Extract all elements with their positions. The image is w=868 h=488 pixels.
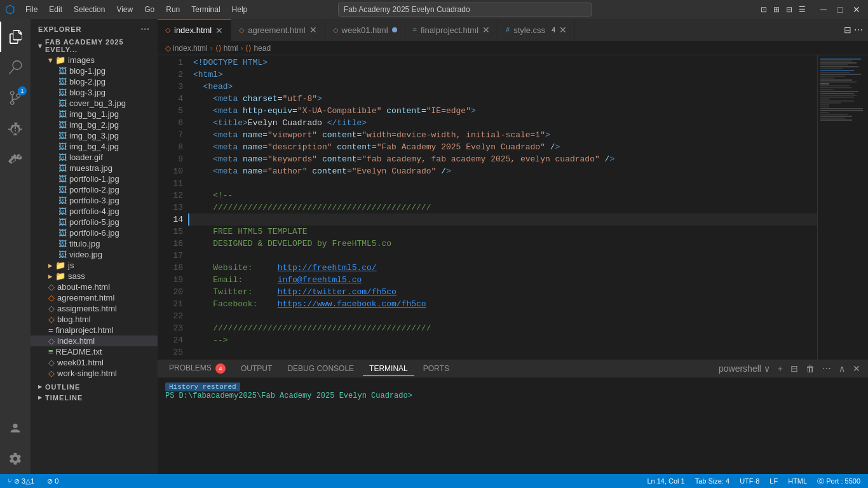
tab-style-css[interactable]: # style.css 4 ✕ — [498, 19, 575, 41]
tab-problems[interactable]: PROBLEMS 4 — [163, 361, 232, 376]
panel-maximize-button[interactable]: ∧ — [836, 362, 848, 375]
tab-close-icon[interactable]: ✕ — [559, 25, 567, 35]
terminal-content[interactable]: History restored PS D:\fabacademy2025\Fa… — [158, 377, 868, 474]
list-item[interactable]: 🖼img_bg_3.jpg — [31, 130, 158, 141]
timeline-section[interactable]: ▸ TIMELINE — [31, 392, 158, 403]
line-num: 3 — [178, 81, 183, 93]
status-port[interactable]: ⓪ Port : 5500 — [815, 477, 863, 486]
layout-icon-4[interactable]: ☰ — [796, 5, 808, 14]
menu-selection[interactable]: Selection — [69, 4, 110, 15]
project-folder[interactable]: ▾ FAB ACADEMY 2025 EVELY... — [31, 37, 158, 55]
breadcrumb-item-html[interactable]: ⟨⟩ html — [215, 44, 238, 53]
file-icon: 🖼 — [58, 131, 67, 140]
tab-index-html[interactable]: ◇ index.html ✕ — [158, 19, 231, 41]
list-item[interactable]: 🖼portfolio-4.jpg — [31, 206, 158, 217]
menu-help[interactable]: Help — [227, 4, 253, 15]
activity-settings[interactable] — [0, 444, 31, 474]
menu-terminal[interactable]: Terminal — [186, 4, 225, 15]
list-item[interactable]: 🖼portfolio-6.jpg — [31, 227, 158, 238]
tab-finalproject-html[interactable]: = finalproject.html ✕ — [405, 19, 498, 41]
code-line-current[interactable] — [188, 214, 817, 226]
activity-explorer[interactable] — [0, 22, 31, 52]
kill-terminal-button[interactable]: 🗑 — [803, 362, 817, 375]
panel-close-button[interactable]: ✕ — [850, 362, 863, 375]
sidebar-item-readme[interactable]: ≡ README.txt — [31, 346, 158, 357]
folder-label: js — [68, 261, 74, 270]
activity-debug[interactable] — [0, 113, 31, 144]
file-name: blog-1.jpg — [69, 66, 105, 76]
breadcrumb-item-head[interactable]: ⟨⟩ head — [245, 44, 271, 53]
sidebar-item-blog[interactable]: ◇ blog.html — [31, 314, 158, 325]
tab-ports[interactable]: PORTS — [417, 362, 456, 376]
html-tag-icon: ⟨⟩ — [245, 44, 252, 53]
list-item[interactable]: 🖼video.jpg — [31, 249, 158, 260]
folder-icon: 📁 — [55, 271, 65, 281]
list-item[interactable]: 🖼img_bg_2.jpg — [31, 119, 158, 130]
sidebar-item-js[interactable]: ▸ 📁 js — [31, 260, 158, 271]
more-actions-button[interactable]: ⋯ — [854, 25, 863, 35]
list-item[interactable]: 🖼portfolio-1.jpg — [31, 173, 158, 184]
sidebar-item-agreement[interactable]: ◇ agreement.html — [31, 292, 158, 303]
tab-output[interactable]: OUTPUT — [234, 362, 278, 376]
sidebar-item-sass[interactable]: ▸ 📁 sass — [31, 271, 158, 281]
tab-terminal[interactable]: TERMINAL — [363, 362, 414, 376]
menu-edit[interactable]: Edit — [44, 4, 67, 15]
outline-section[interactable]: ▸ OUTLINE — [31, 381, 158, 392]
title-bar-search[interactable] — [338, 3, 592, 17]
minimize-button[interactable]: ─ — [817, 5, 830, 14]
tab-week01-html[interactable]: ◇ week01.html — [325, 19, 405, 41]
sidebar-item-work-single[interactable]: ◇ work-single.html — [31, 368, 158, 379]
maximize-button[interactable]: □ — [834, 5, 846, 14]
list-item[interactable]: 🖼portfolio-3.jpg — [31, 195, 158, 206]
menu-file[interactable]: File — [20, 4, 43, 15]
status-git[interactable]: ⑂ ⊘ 3△1 — [5, 477, 37, 485]
status-language[interactable]: HTML — [785, 477, 810, 486]
status-encoding[interactable]: UTF-8 — [737, 477, 762, 486]
search-input[interactable] — [338, 3, 592, 17]
layout-icon-3[interactable]: ⊟ — [783, 5, 795, 14]
status-eol[interactable]: LF — [767, 477, 780, 486]
split-terminal-button[interactable]: ⊟ — [788, 362, 801, 375]
activity-git[interactable]: 1 — [0, 83, 31, 113]
breadcrumb-item-file[interactable]: ◇ index.html — [165, 44, 208, 53]
tab-close-icon[interactable]: ✕ — [482, 25, 490, 35]
menu-go[interactable]: Go — [139, 4, 159, 15]
split-editor-button[interactable]: ⊟ — [844, 25, 851, 35]
status-tab-size[interactable]: Tab Size: 4 — [693, 477, 732, 486]
more-panel-button[interactable]: ⋯ — [820, 362, 834, 375]
code-editor[interactable]: <!DOCTYPE HTML> <html> <head> <meta char… — [188, 55, 817, 360]
list-item[interactable]: 🖼blog-1.jpg — [31, 65, 158, 76]
list-item[interactable]: 🖼cover_bg_3.jpg — [31, 98, 158, 109]
list-item[interactable]: 🖼blog-3.jpg — [31, 87, 158, 98]
tab-close-icon[interactable]: ✕ — [309, 25, 317, 35]
list-item[interactable]: 🖼muestra.jpg — [31, 163, 158, 173]
sidebar-item-about[interactable]: ◇ about-me.html — [31, 281, 158, 292]
list-item[interactable]: 🖼img_bg_4.jpg — [31, 141, 158, 152]
list-item[interactable]: 🖼loader.gif — [31, 152, 158, 163]
activity-accounts[interactable] — [0, 413, 31, 444]
layout-icon-1[interactable]: ⊡ — [758, 5, 770, 14]
add-terminal-button[interactable]: + — [775, 362, 785, 375]
sidebar-item-assigments[interactable]: ◇ assigments.html — [31, 303, 158, 314]
list-item[interactable]: 🖼portfolio-5.jpg — [31, 217, 158, 227]
menu-run[interactable]: Run — [161, 4, 185, 15]
tab-close-icon[interactable]: ✕ — [215, 25, 223, 36]
sidebar-item-week01[interactable]: ◇ week01.html — [31, 357, 158, 368]
layout-icon-2[interactable]: ⊞ — [771, 5, 782, 14]
list-item[interactable]: 🖼titulo.jpg — [31, 238, 158, 249]
list-item[interactable]: 🖼blog-2.jpg — [31, 76, 158, 87]
tab-agreement-html[interactable]: ◇ agreement.html ✕ — [231, 19, 325, 41]
close-button[interactable]: ✕ — [850, 5, 863, 14]
tab-debug-console[interactable]: DEBUG CONSOLE — [281, 362, 360, 376]
sidebar-more-button[interactable]: ⋯ — [140, 24, 150, 34]
activity-search[interactable] — [0, 52, 31, 83]
status-ln-col[interactable]: Ln 14, Col 1 — [644, 477, 687, 486]
list-item[interactable]: 🖼portfolio-2.jpg — [31, 184, 158, 195]
status-warnings[interactable]: ⊘ 0 — [44, 477, 61, 485]
sidebar-item-finalproject[interactable]: = finalproject.html — [31, 325, 158, 336]
menu-view[interactable]: View — [111, 4, 138, 15]
activity-extensions[interactable] — [0, 144, 31, 174]
sidebar-item-images[interactable]: ▾ 📁 images — [31, 55, 158, 65]
list-item[interactable]: 🖼img_bg_1.jpg — [31, 109, 158, 119]
sidebar-item-index[interactable]: ◇ index.html — [31, 336, 158, 346]
